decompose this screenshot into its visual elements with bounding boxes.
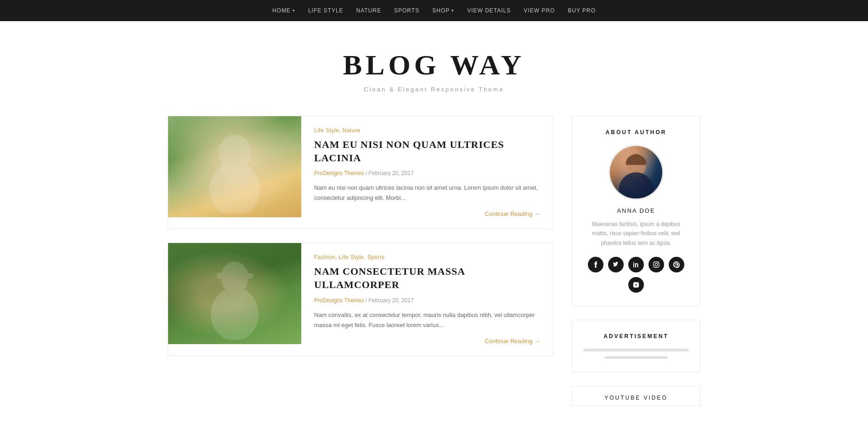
continue-reading-1[interactable]: Continue Reading →	[314, 210, 540, 217]
nav-view-pro[interactable]: VIEW PRO	[517, 0, 561, 21]
post-image-2	[168, 243, 301, 355]
svg-point-6	[619, 172, 654, 200]
post-body-1: Life Style, Nature NAM EU NISI NON QUAM …	[301, 116, 553, 228]
post-categories-1: Life Style, Nature	[314, 127, 540, 134]
svg-point-4	[211, 288, 259, 339]
post-excerpt-2: Nam convallis, ex at consectetur tempor,…	[314, 310, 540, 330]
post-categories-2: Fashion, Life Style, Sports	[314, 254, 540, 260]
post-date-2: February 20, 2017	[369, 297, 414, 304]
social-pinterest[interactable]	[669, 257, 684, 272]
nav-buy-pro[interactable]: BUY PRO	[561, 0, 602, 21]
post-title-1[interactable]: NAM EU NISI NON QUAM ULTRICES LACINIA	[314, 138, 540, 164]
site-title: BLOG WAY	[9, 49, 859, 81]
post-excerpt-1: Nam eu nisi non quam ultrices lacinia no…	[314, 183, 540, 203]
nav-lifestyle[interactable]: LIFE STYLE	[302, 0, 350, 21]
advertisement-widget: ADVERTISEMENT	[572, 320, 700, 372]
post-title-2[interactable]: NAM CONSECTETUR MASSA ULLAMCORPER	[314, 265, 540, 291]
author-bio: Maecenas facilisis, ipsum a dapibus matt…	[583, 220, 689, 248]
ad-bar-2	[604, 356, 668, 359]
continue-reading-2[interactable]: Continue Reading →	[314, 338, 540, 345]
post-date-1: February 20, 2017	[369, 170, 414, 176]
youtube-widget-title: YOUTUBE VIDEO	[572, 386, 700, 406]
shop-dropdown-arrow: ▾	[451, 0, 454, 21]
svg-rect-7	[654, 262, 659, 267]
svg-point-8	[655, 263, 658, 266]
main-nav: HOME ▾ LIFE STYLE NATURE SPORTS SHOP ▾ V…	[0, 0, 868, 21]
advertisement-title: ADVERTISEMENT	[583, 333, 689, 339]
nav-view-details[interactable]: VIEW DETAILS	[461, 0, 517, 21]
ad-bar-1	[583, 349, 689, 351]
about-author-title: ABOUT AUTHOR	[583, 129, 689, 136]
post-meta-2: ProDesigns Themes / February 20, 2017	[314, 297, 540, 304]
nav-nature[interactable]: NATURE	[350, 0, 388, 21]
content-wrapper: Life Style, Nature NAM EU NISI NON QUAM …	[149, 116, 719, 430]
nav-shop[interactable]: SHOP ▾	[426, 0, 461, 21]
social-facebook[interactable]	[588, 257, 603, 272]
nav-sports[interactable]: SPORTS	[388, 0, 426, 21]
svg-rect-3	[216, 273, 253, 278]
post-body-2: Fashion, Life Style, Sports NAM CONSECTE…	[301, 243, 553, 355]
social-linkedin[interactable]	[628, 257, 644, 272]
svg-point-9	[658, 263, 659, 264]
author-name: ANNA DOE	[583, 207, 689, 214]
post-thumbnail-1	[168, 116, 301, 217]
social-instagram[interactable]	[648, 257, 664, 272]
site-header: BLOG WAY Clean & Elegant Responsive Them…	[0, 21, 868, 116]
post-author-1: ProDesigns Themes	[314, 170, 364, 176]
svg-point-1	[209, 162, 260, 213]
home-dropdown-arrow: ▾	[293, 0, 295, 21]
about-author-widget: ABOUT AUTHOR ANNA DOE Maecenas facilisis…	[572, 116, 700, 306]
site-tagline: Clean & Elegant Responsive Theme	[9, 86, 859, 93]
post-card-1: Life Style, Nature NAM EU NISI NON QUAM …	[168, 116, 553, 229]
post-image-1	[168, 116, 301, 228]
social-icons	[583, 257, 689, 293]
social-youtube[interactable]	[628, 277, 644, 293]
nav-home[interactable]: HOME ▾	[266, 0, 302, 21]
post-author-2: ProDesigns Themes	[314, 297, 364, 304]
author-avatar	[609, 145, 664, 200]
post-card-2: Fashion, Life Style, Sports NAM CONSECTE…	[168, 243, 553, 356]
sidebar: ABOUT AUTHOR ANNA DOE Maecenas facilisis…	[572, 116, 700, 406]
author-avatar-image	[610, 146, 662, 198]
post-thumbnail-2	[168, 243, 301, 344]
social-twitter[interactable]	[608, 257, 624, 272]
main-content: Life Style, Nature NAM EU NISI NON QUAM …	[168, 116, 553, 406]
post-meta-1: ProDesigns Themes / February 20, 2017	[314, 170, 540, 176]
